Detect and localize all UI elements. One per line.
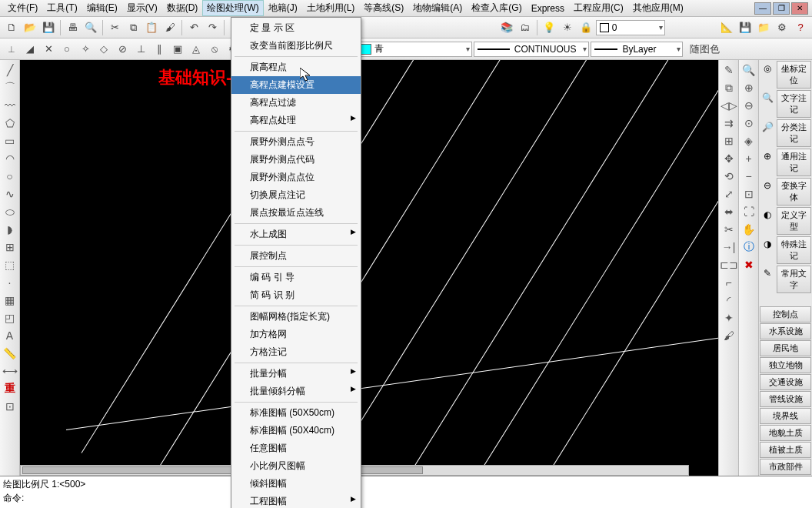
side-ico-2[interactable]: 🔎	[759, 119, 776, 135]
arc-icon[interactable]: ⌒	[2, 79, 18, 96]
copy2-icon[interactable]: ⧉	[720, 79, 737, 96]
side-cat-6[interactable]: 境界线	[760, 408, 811, 424]
settings-icon[interactable]: ⚙	[774, 19, 790, 36]
menu-7[interactable]: 土地利用(L)	[302, 0, 360, 16]
dropdown-item-4[interactable]: 高程点建模设置	[231, 76, 361, 94]
layer-combo[interactable]: 0	[596, 20, 665, 35]
side-cat-9[interactable]: 市政部件	[760, 459, 811, 475]
bycolor-button[interactable]: 随图色	[684, 41, 725, 58]
dropdown-item-31[interactable]: 小比例尺图幅	[231, 457, 361, 475]
scale-icon[interactable]: ⤢	[720, 185, 737, 202]
dropdown-item-33[interactable]: 工程图幅	[231, 493, 361, 508]
menu-4[interactable]: 数据(D)	[162, 0, 203, 16]
extend-icon[interactable]: →|	[720, 239, 737, 256]
break-icon[interactable]: ⊏⊐	[720, 256, 737, 273]
menu-6[interactable]: 地籍(J)	[264, 0, 302, 16]
dropdown-item-30[interactable]: 任意图幅	[231, 439, 361, 457]
menu-3[interactable]: 显示(V)	[122, 0, 162, 16]
lock-icon[interactable]: 🔒	[577, 19, 594, 36]
dropdown-item-6[interactable]: 高程点处理	[231, 112, 361, 129]
help-icon[interactable]: ?	[792, 19, 809, 36]
save2-icon[interactable]: 💾	[737, 19, 754, 36]
menu-8[interactable]: 等高线(S)	[359, 0, 408, 16]
snap-nea-icon[interactable]: ◬	[188, 41, 205, 58]
side-btn-4[interactable]: 变换字体	[777, 178, 811, 206]
line-icon[interactable]: ╱	[2, 62, 18, 79]
cut-icon[interactable]: ✂	[106, 19, 123, 36]
rotate-icon[interactable]: ⟲	[720, 168, 737, 185]
delete-icon[interactable]: ✖	[740, 256, 757, 273]
side-btn-3[interactable]: 通用注记	[777, 149, 811, 176]
dropdown-item-8[interactable]: 展野外测点点号	[231, 133, 361, 151]
bulb-icon[interactable]: 💡	[541, 19, 557, 36]
mirror-icon[interactable]: ◁▷	[720, 97, 737, 114]
tool-a-icon[interactable]: 📐	[718, 19, 735, 36]
snap-end-icon[interactable]: ⟂	[3, 41, 20, 58]
zoom-ext-icon[interactable]: ⛶	[740, 203, 757, 220]
dim2-icon[interactable]: ⟷	[2, 363, 18, 379]
zoom-scale-icon[interactable]: ⊖	[740, 97, 757, 114]
dropdown-item-10[interactable]: 展野外测点点位	[231, 169, 361, 186]
zoom-cen-icon[interactable]: ⊙	[740, 115, 757, 132]
match-icon[interactable]: 🖌	[161, 19, 178, 36]
window-close[interactable]: ✕	[791, 2, 808, 15]
dropdown-item-18[interactable]: 编 码 引 导	[231, 269, 361, 286]
preview-icon[interactable]: 🔍	[82, 19, 99, 36]
snap-ins-icon[interactable]: ▣	[169, 41, 186, 58]
side-btn-7[interactable]: 常用文字	[777, 266, 811, 293]
array-icon[interactable]: ⊞	[720, 132, 737, 149]
lineweight-combo[interactable]: ByLayer	[591, 42, 683, 57]
paint2-icon[interactable]: 🖌	[720, 327, 737, 344]
copy-icon[interactable]: ⧉	[125, 19, 141, 36]
open-icon[interactable]: 📂	[22, 19, 38, 36]
drawing-canvas[interactable]: 基础知识-(4) VCHBL	[20, 60, 718, 476]
rect-icon[interactable]: ▭	[2, 132, 18, 149]
trim-icon[interactable]: ✂	[720, 221, 737, 238]
side-btn-5[interactable]: 定义字型	[777, 207, 811, 235]
side-btn-6[interactable]: 特殊注记	[777, 236, 811, 264]
zhong-icon[interactable]: 重	[2, 380, 18, 397]
window-restore[interactable]: ❐	[773, 2, 790, 15]
zoom-in-icon[interactable]: +	[740, 150, 757, 167]
block-icon[interactable]: ⬚	[2, 256, 18, 273]
redo-icon[interactable]: ↷	[204, 19, 221, 36]
dropdown-item-23[interactable]: 方格注记	[231, 343, 361, 361]
menu-13[interactable]: 其他应用(M)	[628, 0, 688, 16]
snap-node-icon[interactable]: ✧	[77, 41, 94, 58]
dropdown-item-32[interactable]: 倾斜图幅	[231, 475, 361, 493]
snap-tan-icon[interactable]: ⊘	[114, 41, 131, 58]
snap-cen-icon[interactable]: ○	[58, 41, 75, 58]
dropdown-item-9[interactable]: 展野外测点代码	[231, 151, 361, 169]
side-ico-3[interactable]: ⊕	[759, 148, 776, 165]
side-btn-2[interactable]: 分类注记	[777, 119, 811, 147]
snap-int-icon[interactable]: ✕	[40, 41, 57, 58]
ellipse-icon[interactable]: ⬭	[2, 203, 18, 220]
color-combo[interactable]: 青	[357, 42, 472, 57]
side-cat-5[interactable]: 管线设施	[760, 391, 811, 407]
side-ico-4[interactable]: ⊖	[759, 177, 776, 194]
print-icon[interactable]: 🖶	[64, 19, 81, 36]
pline-icon[interactable]: 〰	[2, 97, 18, 114]
side-cat-3[interactable]: 独立地物	[760, 357, 811, 373]
side-cat-0[interactable]: 控制点	[760, 306, 811, 323]
side-cat-1[interactable]: 水系设施	[760, 323, 811, 339]
insert-icon[interactable]: ⊞	[2, 239, 18, 256]
erase-icon[interactable]: ✎	[720, 62, 737, 79]
menu-1[interactable]: 工具(T)	[42, 0, 82, 16]
dropdown-item-25[interactable]: 批量分幅	[231, 365, 361, 383]
fillet-icon[interactable]: ◜	[720, 292, 737, 309]
snap-par-icon[interactable]: ∥	[151, 41, 168, 58]
text-icon[interactable]: A	[2, 327, 18, 344]
side-ico-6[interactable]: ◑	[759, 236, 776, 252]
side-btn-1[interactable]: 文字注记	[777, 90, 811, 118]
info-icon[interactable]: ⓘ	[740, 239, 757, 256]
dropdown-item-0[interactable]: 定 显 示 区	[231, 19, 361, 37]
snap-mid-icon[interactable]: ◢	[22, 41, 38, 58]
side-cat-8[interactable]: 植被土质	[760, 442, 811, 458]
zoom-all-icon[interactable]: ⊡	[740, 185, 757, 202]
command-line[interactable]: 绘图比例尺 1:<500> 命令:	[0, 476, 812, 508]
side-cat-2[interactable]: 居民地	[760, 340, 811, 356]
zoom-win-icon[interactable]: 🔍	[740, 62, 757, 79]
menu-11[interactable]: Express	[527, 2, 569, 15]
side-ico-1[interactable]: 🔍	[759, 89, 776, 106]
